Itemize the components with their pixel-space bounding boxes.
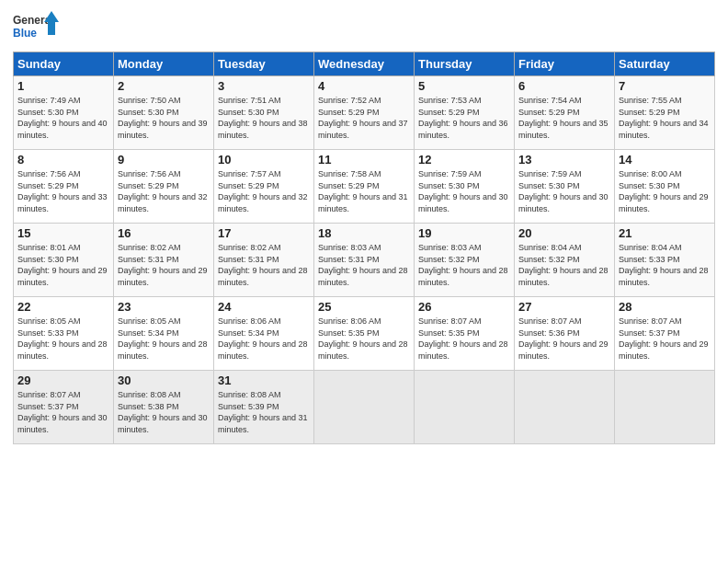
calendar-cell: 14Sunrise: 8:00 AMSunset: 5:30 PMDayligh…	[615, 150, 715, 224]
cell-details: Sunrise: 8:03 AMSunset: 5:32 PMDaylight:…	[418, 242, 510, 288]
calendar-cell: 30Sunrise: 8:08 AMSunset: 5:38 PMDayligh…	[114, 371, 214, 444]
calendar-cell: 25Sunrise: 8:06 AMSunset: 5:35 PMDayligh…	[314, 297, 415, 371]
calendar-cell: 23Sunrise: 8:05 AMSunset: 5:34 PMDayligh…	[114, 297, 214, 371]
cell-details: Sunrise: 7:57 AMSunset: 5:29 PMDaylight:…	[218, 168, 310, 214]
cell-details: Sunrise: 8:07 AMSunset: 5:36 PMDaylight:…	[518, 316, 610, 362]
cell-details: Sunrise: 8:07 AMSunset: 5:37 PMDaylight:…	[17, 389, 109, 435]
day-number: 26	[418, 300, 510, 314]
day-number: 16	[118, 226, 210, 240]
day-header-sunday: Sunday	[14, 52, 114, 76]
svg-text:Blue: Blue	[13, 27, 37, 40]
cell-details: Sunrise: 8:08 AMSunset: 5:39 PMDaylight:…	[218, 389, 310, 435]
calendar-cell: 21Sunrise: 8:04 AMSunset: 5:33 PMDayligh…	[615, 224, 715, 297]
calendar-cell: 10Sunrise: 7:57 AMSunset: 5:29 PMDayligh…	[214, 150, 314, 224]
cell-details: Sunrise: 8:06 AMSunset: 5:35 PMDaylight:…	[318, 316, 410, 362]
calendar-week-3: 15Sunrise: 8:01 AMSunset: 5:30 PMDayligh…	[14, 224, 715, 297]
day-number: 10	[218, 153, 310, 167]
day-header-friday: Friday	[515, 52, 615, 76]
calendar-cell: 26Sunrise: 8:07 AMSunset: 5:35 PMDayligh…	[415, 297, 515, 371]
cell-details: Sunrise: 7:50 AMSunset: 5:30 PMDaylight:…	[118, 95, 210, 141]
calendar-cell: 4Sunrise: 7:52 AMSunset: 5:29 PMDaylight…	[314, 76, 415, 150]
calendar-cell	[314, 371, 415, 444]
day-number: 28	[619, 300, 711, 314]
logo-svg: General Blue	[13, 9, 59, 44]
day-number: 6	[518, 79, 610, 93]
calendar-cell: 15Sunrise: 8:01 AMSunset: 5:30 PMDayligh…	[14, 224, 114, 297]
day-header-monday: Monday	[114, 52, 214, 76]
calendar-cell	[515, 371, 615, 444]
calendar-cell: 27Sunrise: 8:07 AMSunset: 5:36 PMDayligh…	[515, 297, 615, 371]
day-header-thursday: Thursday	[415, 52, 515, 76]
logo: General Blue	[13, 9, 59, 44]
day-number: 30	[118, 373, 210, 387]
day-number: 9	[118, 153, 210, 167]
cell-details: Sunrise: 7:49 AMSunset: 5:30 PMDaylight:…	[17, 95, 109, 141]
cell-details: Sunrise: 8:02 AMSunset: 5:31 PMDaylight:…	[118, 242, 210, 288]
calendar-cell: 22Sunrise: 8:05 AMSunset: 5:33 PMDayligh…	[14, 297, 114, 371]
cell-details: Sunrise: 8:07 AMSunset: 5:37 PMDaylight:…	[619, 316, 711, 362]
cell-details: Sunrise: 7:51 AMSunset: 5:30 PMDaylight:…	[218, 95, 310, 141]
day-number: 17	[218, 226, 310, 240]
calendar-cell: 6Sunrise: 7:54 AMSunset: 5:29 PMDaylight…	[515, 76, 615, 150]
header: General Blue	[13, 9, 715, 44]
calendar-cell: 31Sunrise: 8:08 AMSunset: 5:39 PMDayligh…	[214, 371, 314, 444]
day-number: 25	[318, 300, 410, 314]
calendar-cell: 7Sunrise: 7:55 AMSunset: 5:29 PMDaylight…	[615, 76, 715, 150]
cell-details: Sunrise: 7:56 AMSunset: 5:29 PMDaylight:…	[17, 168, 109, 214]
calendar-cell: 16Sunrise: 8:02 AMSunset: 5:31 PMDayligh…	[114, 224, 214, 297]
cell-details: Sunrise: 8:00 AMSunset: 5:30 PMDaylight:…	[619, 168, 711, 214]
cell-details: Sunrise: 7:59 AMSunset: 5:30 PMDaylight:…	[418, 168, 510, 214]
calendar-cell: 28Sunrise: 8:07 AMSunset: 5:37 PMDayligh…	[615, 297, 715, 371]
day-number: 24	[218, 300, 310, 314]
day-number: 2	[118, 79, 210, 93]
calendar-cell: 11Sunrise: 7:58 AMSunset: 5:29 PMDayligh…	[314, 150, 415, 224]
day-number: 21	[619, 226, 711, 240]
day-number: 31	[218, 373, 310, 387]
calendar-cell: 8Sunrise: 7:56 AMSunset: 5:29 PMDaylight…	[14, 150, 114, 224]
calendar-cell: 18Sunrise: 8:03 AMSunset: 5:31 PMDayligh…	[314, 224, 415, 297]
calendar-cell: 3Sunrise: 7:51 AMSunset: 5:30 PMDaylight…	[214, 76, 314, 150]
calendar-cell: 5Sunrise: 7:53 AMSunset: 5:29 PMDaylight…	[415, 76, 515, 150]
day-number: 23	[118, 300, 210, 314]
calendar-cell	[415, 371, 515, 444]
calendar-cell: 12Sunrise: 7:59 AMSunset: 5:30 PMDayligh…	[415, 150, 515, 224]
day-number: 13	[518, 153, 610, 167]
day-number: 3	[218, 79, 310, 93]
day-number: 5	[418, 79, 510, 93]
cell-details: Sunrise: 8:02 AMSunset: 5:31 PMDaylight:…	[218, 242, 310, 288]
day-number: 29	[17, 373, 109, 387]
calendar-header: SundayMondayTuesdayWednesdayThursdayFrid…	[14, 52, 715, 76]
cell-details: Sunrise: 7:55 AMSunset: 5:29 PMDaylight:…	[619, 95, 711, 141]
calendar-cell: 20Sunrise: 8:04 AMSunset: 5:32 PMDayligh…	[515, 224, 615, 297]
day-number: 1	[17, 79, 109, 93]
day-number: 12	[418, 153, 510, 167]
calendar-cell: 9Sunrise: 7:56 AMSunset: 5:29 PMDaylight…	[114, 150, 214, 224]
day-number: 15	[17, 226, 109, 240]
calendar-cell: 2Sunrise: 7:50 AMSunset: 5:30 PMDaylight…	[114, 76, 214, 150]
calendar-week-2: 8Sunrise: 7:56 AMSunset: 5:29 PMDaylight…	[14, 150, 715, 224]
day-number: 8	[17, 153, 109, 167]
cell-details: Sunrise: 8:06 AMSunset: 5:34 PMDaylight:…	[218, 316, 310, 362]
calendar-cell: 17Sunrise: 8:02 AMSunset: 5:31 PMDayligh…	[214, 224, 314, 297]
day-number: 14	[619, 153, 711, 167]
cell-details: Sunrise: 7:56 AMSunset: 5:29 PMDaylight:…	[118, 168, 210, 214]
cell-details: Sunrise: 8:03 AMSunset: 5:31 PMDaylight:…	[318, 242, 410, 288]
calendar-cell: 1Sunrise: 7:49 AMSunset: 5:30 PMDaylight…	[14, 76, 114, 150]
day-number: 22	[17, 300, 109, 314]
cell-details: Sunrise: 8:05 AMSunset: 5:34 PMDaylight:…	[118, 316, 210, 362]
day-number: 27	[518, 300, 610, 314]
calendar-week-5: 29Sunrise: 8:07 AMSunset: 5:37 PMDayligh…	[14, 371, 715, 444]
cell-details: Sunrise: 8:01 AMSunset: 5:30 PMDaylight:…	[17, 242, 109, 288]
day-number: 4	[318, 79, 410, 93]
cell-details: Sunrise: 7:53 AMSunset: 5:29 PMDaylight:…	[418, 95, 510, 141]
calendar-cell: 29Sunrise: 8:07 AMSunset: 5:37 PMDayligh…	[14, 371, 114, 444]
day-number: 18	[318, 226, 410, 240]
calendar-cell: 13Sunrise: 7:59 AMSunset: 5:30 PMDayligh…	[515, 150, 615, 224]
cell-details: Sunrise: 7:52 AMSunset: 5:29 PMDaylight:…	[318, 95, 410, 141]
calendar-week-4: 22Sunrise: 8:05 AMSunset: 5:33 PMDayligh…	[14, 297, 715, 371]
calendar-cell: 24Sunrise: 8:06 AMSunset: 5:34 PMDayligh…	[214, 297, 314, 371]
cell-details: Sunrise: 8:04 AMSunset: 5:33 PMDaylight:…	[619, 242, 711, 288]
calendar-table: SundayMondayTuesdayWednesdayThursdayFrid…	[13, 52, 715, 444]
cell-details: Sunrise: 7:58 AMSunset: 5:29 PMDaylight:…	[318, 168, 410, 214]
cell-details: Sunrise: 8:05 AMSunset: 5:33 PMDaylight:…	[17, 316, 109, 362]
